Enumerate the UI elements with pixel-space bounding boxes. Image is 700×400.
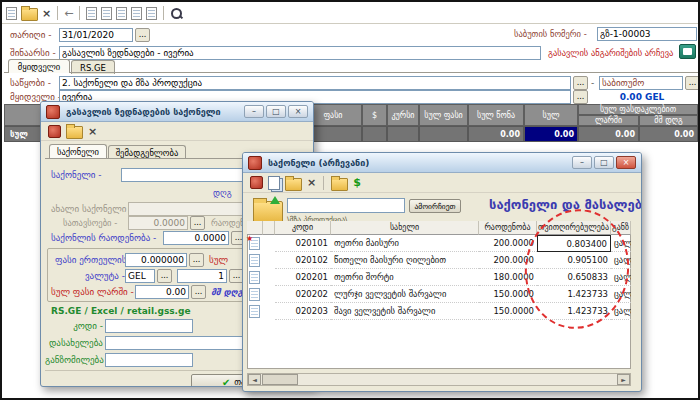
- maximize-button[interactable]: □: [594, 156, 614, 169]
- app-window: × ← თარიღი - ... საბუთის ნომერი - შინაარ…: [0, 0, 700, 400]
- currency-picker-button[interactable]: ...: [157, 269, 172, 283]
- warehouse-input[interactable]: [59, 76, 571, 90]
- row-qty: 150.0000: [479, 303, 537, 320]
- save-icon[interactable]: [48, 125, 61, 138]
- goods-selection-dialog: საქონელი (არჩევანი) – □ × × $ ამოირჩიეთ …: [242, 152, 642, 392]
- rs-unit-input[interactable]: [105, 353, 193, 367]
- grid-header-total-price[interactable]: სულ ფასი: [419, 104, 468, 126]
- col-header-name[interactable]: სახელი: [331, 221, 479, 235]
- close-button[interactable]: ×: [616, 156, 636, 169]
- bins-picker-button[interactable]: ...: [190, 216, 205, 230]
- unit-price-input[interactable]: [125, 253, 187, 267]
- row-cost: 1.423733: [537, 286, 611, 303]
- pricing-picker-button[interactable]: ...: [685, 76, 700, 90]
- grid-total-rate-cell[interactable]: [387, 126, 419, 142]
- row-cost-selected[interactable]: 0.803400: [537, 235, 611, 252]
- open-folder-icon[interactable]: [21, 8, 38, 21]
- minimize-button[interactable]: –: [244, 105, 264, 118]
- rs-excel-header: RS.GE / Excel / retail.gss.ge: [51, 306, 191, 316]
- dialog2-titlebar[interactable]: საქონელი (არჩევანი) – □ ×: [243, 153, 641, 173]
- grid-header-total[interactable]: სულ: [524, 104, 578, 126]
- dialog1-tab-composition[interactable]: შემადგენლობა: [108, 145, 186, 159]
- copy-doc-icon[interactable]: [116, 7, 127, 20]
- print-preview-icon[interactable]: [101, 7, 112, 20]
- currency-input[interactable]: [125, 269, 155, 283]
- delete-icon[interactable]: ×: [307, 176, 316, 189]
- col-header-unit[interactable]: განზ: [611, 221, 631, 235]
- grid-total-sumprice-cell[interactable]: [419, 126, 468, 142]
- grid-header-currency[interactable]: $: [362, 104, 387, 126]
- goods-label: საქონელი -: [51, 170, 102, 180]
- open-folder-icon[interactable]: [285, 178, 302, 191]
- accounts-select-link[interactable]: გასავლის ანგარიშების არჩევა: [548, 48, 673, 58]
- horizontal-scrollbar[interactable]: ◄ ►: [247, 373, 631, 386]
- delete-icon[interactable]: ×: [42, 7, 51, 20]
- buyer-picker-button[interactable]: ...: [573, 90, 588, 104]
- export-doc-icon[interactable]: [131, 7, 142, 20]
- unit-price-picker-button[interactable]: ...: [189, 253, 204, 267]
- grid-header-in-gel[interactable]: ლარში: [578, 115, 639, 126]
- col-header-blank: [263, 221, 275, 235]
- open-folder-icon[interactable]: [66, 126, 83, 139]
- dialog1-tab-goods[interactable]: საქონელი: [49, 144, 107, 158]
- dollar-icon[interactable]: $: [353, 176, 361, 189]
- tab-buyer[interactable]: მყიდველი: [8, 59, 70, 73]
- sum-partial-label: სულ: [209, 255, 228, 265]
- rs-code-input[interactable]: [105, 319, 193, 333]
- grid-header-incl-vat[interactable]: მშ დღგ: [639, 115, 698, 126]
- warehouse-picker-button[interactable]: ...: [573, 76, 588, 90]
- save-icon[interactable]: [250, 176, 263, 189]
- goods-search-input[interactable]: [287, 198, 405, 213]
- dialog2-toolbar: × $: [243, 173, 641, 193]
- grid-header-rate[interactable]: კურსი: [387, 104, 419, 126]
- main-toolbar: × ←: [6, 5, 183, 21]
- copy-icon[interactable]: [268, 176, 280, 190]
- close-button[interactable]: ×: [288, 105, 308, 118]
- row-code: 020202: [275, 286, 331, 303]
- print-icon[interactable]: [86, 7, 97, 20]
- page-icon: [249, 271, 260, 284]
- row-qty: 200.0000: [479, 235, 537, 252]
- minimize-button[interactable]: –: [572, 156, 592, 169]
- grid-total-selected-cell[interactable]: 0.00: [524, 126, 578, 142]
- goods-quantity-input[interactable]: [163, 231, 229, 245]
- exchange-rate-input[interactable]: [177, 269, 227, 283]
- date-input[interactable]: [59, 28, 133, 42]
- scrollbar-thumb[interactable]: [262, 374, 298, 385]
- col-header-code[interactable]: კოდი: [275, 221, 331, 235]
- grid-header-total-weight[interactable]: სულ წონა: [468, 104, 524, 126]
- row-qty: 150.0000: [479, 286, 537, 303]
- template-doc-icon[interactable]: [146, 7, 157, 20]
- col-header-qty[interactable]: რაოდენობა: [479, 221, 537, 235]
- col-header-icon: [247, 221, 263, 235]
- delete-icon[interactable]: ×: [88, 125, 97, 138]
- back-icon[interactable]: ←: [64, 7, 73, 20]
- date-picker-button[interactable]: ...: [135, 28, 150, 42]
- scroll-right-button[interactable]: ►: [617, 374, 630, 385]
- row-qty: 200.0000: [479, 252, 537, 269]
- total-price-picker-button[interactable]: ...: [191, 285, 206, 299]
- new-item-star-icon: ★: [246, 235, 253, 243]
- content-input[interactable]: [59, 46, 541, 60]
- maximize-button[interactable]: □: [266, 105, 286, 118]
- pricing-type-input[interactable]: [599, 76, 683, 90]
- dialog1-title: გასავლის ზედნადების საქონელი: [66, 107, 221, 117]
- total-price-gel-input[interactable]: [135, 285, 189, 299]
- grid-total-gel-cell[interactable]: 0.00: [578, 126, 639, 142]
- search-icon[interactable]: [170, 7, 183, 20]
- book-icon[interactable]: [679, 44, 696, 59]
- folder-icon[interactable]: [331, 178, 348, 191]
- col-header-cost[interactable]: თვითღირებულება: [537, 221, 611, 235]
- doc-number-input[interactable]: [597, 27, 697, 41]
- row-code: 020101: [275, 235, 331, 252]
- scroll-left-button[interactable]: ◄: [248, 374, 261, 385]
- dialog1-titlebar[interactable]: გასავლის ზედნადების საქონელი – □ ×: [41, 102, 313, 122]
- new-goods-label: ახალი საქონელი -: [51, 204, 133, 214]
- grid-total-currency-cell[interactable]: [362, 126, 387, 142]
- toolbar-separator: [323, 176, 324, 190]
- grid-total-vat-cell[interactable]: 0.00: [639, 126, 698, 142]
- new-document-icon[interactable]: [6, 7, 17, 20]
- row-name: თეთრი შორტი: [331, 269, 479, 286]
- grid-total-weight-cell[interactable]: 0.00: [468, 126, 524, 142]
- select-button[interactable]: ამოირჩიეთ: [409, 199, 461, 213]
